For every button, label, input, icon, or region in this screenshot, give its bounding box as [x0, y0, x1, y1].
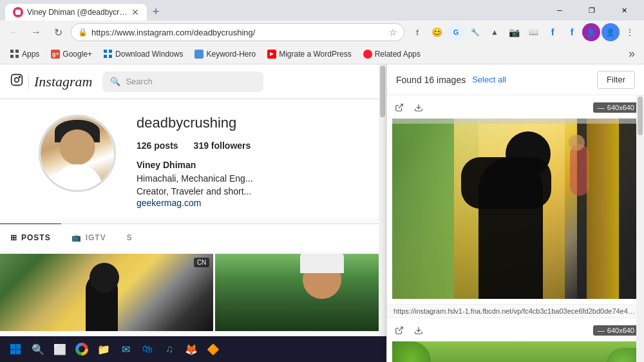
opera-icon [363, 50, 372, 59]
new-tab-btn[interactable]: + [147, 3, 165, 21]
bookmark-related-label: Related Apps [375, 50, 421, 59]
ig-logo-text: Instagram [34, 73, 92, 90]
ig-logo-divider [28, 75, 29, 89]
bookmark-keyword-label: Keyword-Hero [206, 50, 256, 59]
post-1-overlay: CN [194, 258, 209, 267]
bookmarks-bar: Apps g+ Google+ Download Windows Keyword… [0, 44, 644, 64]
ig-avatar [39, 115, 116, 192]
youtube-icon: ▶ [267, 50, 276, 59]
search-taskbar-btn[interactable]: 🔍 [28, 339, 48, 359]
bookmark-star-icon[interactable]: ☆ [389, 27, 397, 37]
download-btn-2[interactable] [412, 323, 426, 338]
ig-tab-posts-label: POSTS [21, 233, 51, 242]
image-toolbar-2: — 640x640 [392, 323, 639, 338]
size-dash: — [598, 104, 605, 111]
forward-btn[interactable]: → [27, 23, 45, 41]
image-size-badge-1: — 640x640 [593, 102, 639, 113]
drive-icon[interactable]: ▲ [486, 23, 504, 41]
image-url-strip: https://instagram.fslv1-1.fna.fbcdn.net/… [387, 305, 644, 318]
google-plus-icon: g+ [51, 50, 60, 59]
reload-btn[interactable]: ↻ [49, 23, 67, 41]
ig-tab-igtv[interactable]: 📺 IGTV [61, 224, 117, 251]
bookmark-google-plus[interactable]: g+ Google+ [46, 48, 97, 61]
tool1-icon[interactable]: G [447, 23, 465, 41]
camera-icon[interactable]: 📷 [505, 23, 523, 41]
tv-icon: 📺 [71, 233, 82, 242]
image-size-badge-2: — 640x640 [593, 325, 639, 336]
fb2-icon[interactable]: f [563, 23, 581, 41]
extensions-icon[interactable]: f [408, 23, 426, 41]
ig-tab-saved[interactable]: S [117, 224, 143, 251]
book-icon[interactable]: 📖 [524, 23, 542, 41]
ig-followers-stat: 319 followers [194, 140, 251, 151]
download-btn-1[interactable] [412, 100, 426, 115]
apps-grid-icon [10, 50, 19, 59]
close-btn[interactable]: ✕ [609, 0, 639, 21]
svg-point-1 [15, 78, 19, 82]
page-content: Instagram 🔍 Search [0, 64, 644, 362]
url-text: https://www.instagram.com/deadbycrushing… [91, 28, 385, 37]
user-icon[interactable]: 👤 [582, 23, 600, 41]
image-size-text-1: 640x640 [607, 104, 634, 111]
explorer-taskbar-icon[interactable]: 📁 [94, 339, 113, 359]
url-bar[interactable]: 🔒 https://www.instagram.com/deadbycrushi… [71, 23, 404, 41]
more-tools-icon[interactable]: ⋮ [621, 23, 639, 41]
svg-line-3 [399, 104, 402, 108]
keyword-icon [194, 50, 204, 59]
bookmark-apps-label: Apps [22, 50, 39, 59]
ig-post-1[interactable]: CN [0, 254, 213, 331]
image-item-2: — 640x640 [387, 318, 644, 362]
title-bar: Viney Dhiman (@deadbycrushin... ✕ + ─ ❐ … [0, 0, 644, 21]
lock-icon: 🔒 [78, 28, 88, 37]
ig-camera-icon [10, 73, 23, 90]
popup-scrollbar[interactable] [636, 95, 644, 362]
ig-search[interactable]: 🔍 Search [102, 71, 263, 92]
task-view-btn[interactable]: ⬜ [50, 339, 70, 359]
bookmark-keyword[interactable]: Keyword-Hero [189, 48, 261, 61]
address-bar: ← → ↻ 🔒 https://www.instagram.com/deadby… [0, 21, 644, 44]
image-item-1: — 640x640 [387, 95, 644, 305]
ig-posts-stat: 126 posts [137, 140, 178, 151]
select-all-btn[interactable]: Select all [472, 75, 506, 84]
ig-search-placeholder: Search [126, 77, 152, 86]
user2-icon[interactable]: 👤 [601, 23, 620, 41]
minimize-btn[interactable]: ─ [545, 0, 574, 21]
mail-taskbar-icon[interactable]: ✉ [116, 339, 135, 359]
page-scrollbar[interactable] [379, 64, 386, 362]
bookmark-migrate[interactable]: ▶ Migrate a WordPress [262, 48, 356, 61]
extra-taskbar-icon[interactable]: 🔶 [204, 339, 223, 359]
bookmark-related[interactable]: Related Apps [358, 48, 426, 61]
maximize-btn[interactable]: ❐ [577, 0, 607, 21]
tab-area: Viney Dhiman (@deadbycrushin... ✕ + [5, 0, 542, 21]
window-controls: ─ ❐ ✕ [545, 0, 639, 21]
bookmarks-more-btn[interactable]: » [625, 46, 639, 62]
page-scrollbar-thumb[interactable] [380, 66, 385, 117]
back-btn[interactable]: ← [5, 23, 23, 41]
spotify-taskbar-icon[interactable]: ♫ [160, 339, 179, 359]
found-images-text: Found 16 images [396, 75, 466, 85]
popup-scroll-area[interactable]: — 640x640 [387, 95, 644, 362]
popup-header: Found 16 images Select all Filter [387, 64, 644, 95]
image-toolbar-1: — 640x640 [392, 100, 639, 115]
open-link-btn-2[interactable] [392, 323, 406, 338]
open-link-btn-1[interactable] [392, 100, 406, 115]
fb-icon[interactable]: f [544, 23, 562, 41]
popup-panel: Found 16 images Select all Filter [386, 64, 644, 362]
bookmark-apps[interactable]: Apps [5, 48, 44, 61]
start-btn[interactable] [5, 339, 26, 359]
active-tab[interactable]: Viney Dhiman (@deadbycrushin... ✕ [5, 4, 147, 21]
chrome-taskbar-icon[interactable] [72, 339, 91, 359]
firefox-taskbar-icon[interactable]: 🦊 [182, 339, 201, 359]
emoji-icon[interactable]: 😊 [428, 23, 446, 41]
size-dash-2: — [598, 327, 605, 334]
ig-tab-posts[interactable]: ⊞ POSTS [0, 224, 61, 251]
filter-btn[interactable]: Filter [597, 71, 635, 89]
tool2-icon[interactable]: 🔧 [466, 23, 484, 41]
svg-rect-0 [12, 75, 23, 86]
image-preview-1 [392, 119, 639, 299]
ig-tab-igtv-label: IGTV [86, 233, 106, 242]
store-taskbar-icon[interactable]: 🛍 [138, 339, 157, 359]
tab-close-btn[interactable]: ✕ [131, 7, 139, 17]
bookmark-download[interactable]: Download Windows [99, 48, 188, 61]
popup-scrollbar-thumb[interactable] [638, 97, 643, 135]
